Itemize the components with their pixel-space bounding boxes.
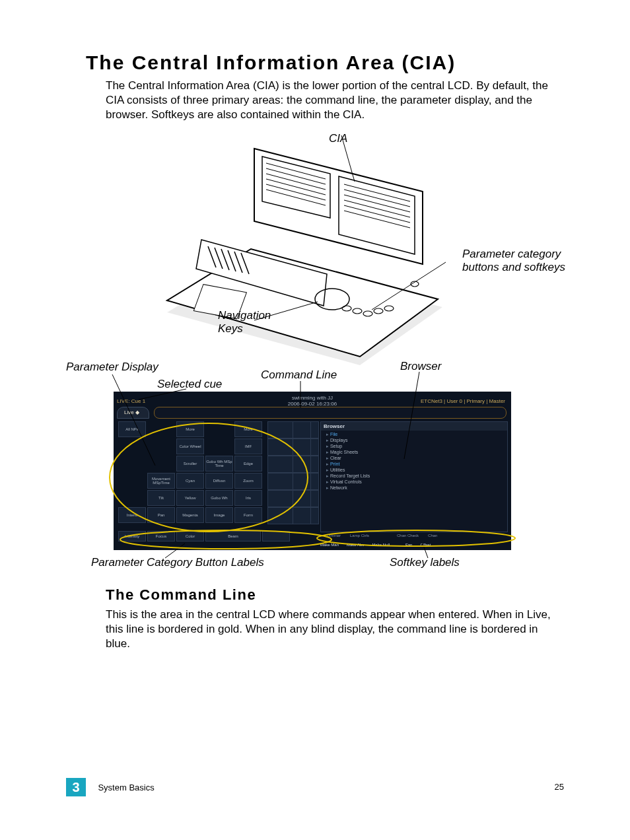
browser-item[interactable]: Virtual Controls <box>326 479 507 485</box>
param-cell[interactable]: Color Wheel <box>176 438 204 454</box>
softkey-label-top: Lamp Ctrls <box>350 534 369 538</box>
show-name: swimming with JJ <box>292 395 333 401</box>
callout-cia: CIA <box>329 132 347 145</box>
softkey-label[interactable]: Fan <box>405 543 412 547</box>
param-cell[interactable]: Edge <box>234 456 262 472</box>
category-button[interactable]: Color <box>176 531 204 542</box>
param-cell[interactable]: More <box>176 421 204 437</box>
browser-item[interactable]: Setup <box>326 444 507 449</box>
show-timestamp: 2006-09-02 16:23:06 <box>288 401 337 407</box>
browser-list: FileDisplaysSetupMagic SheetsClearPrintU… <box>321 432 507 491</box>
softkey-label[interactable]: Offset <box>420 543 431 547</box>
page-title: The Central Information Area (CIA) <box>86 52 456 74</box>
parameter-category-row: IntensityFocusColorBeam <box>118 531 290 542</box>
param-cell[interactable]: Iris <box>234 490 262 506</box>
softkey-label[interactable]: Make Abs <box>347 543 364 547</box>
param-cell[interactable]: Movement MSpTime <box>147 473 175 489</box>
live-tab[interactable]: Live ◆ <box>117 407 149 419</box>
param-cell[interactable]: Yellow <box>176 490 204 506</box>
browser-item[interactable]: Magic Sheets <box>326 450 507 455</box>
param-cell[interactable]: Diffusn <box>205 473 233 489</box>
footer-section-name: System Basics <box>98 783 154 792</box>
softkey-label[interactable]: Make Null <box>372 543 390 547</box>
category-button[interactable]: Focus <box>147 531 175 542</box>
browser-item[interactable]: Utilities <box>326 468 507 473</box>
callout-param-buttons: Parameter category buttons and softkeys <box>462 248 575 274</box>
softkey-label[interactable]: Make Man <box>320 543 339 547</box>
category-button[interactable]: Beam <box>205 531 261 542</box>
param-cell-empty <box>147 438 175 454</box>
svg-point-29 <box>384 306 394 311</box>
callout-nav-keys: Navigation Keys <box>218 309 284 335</box>
spare-column-2 <box>293 421 311 523</box>
svg-point-27 <box>363 311 372 316</box>
param-cell[interactable]: More <box>234 421 262 437</box>
command-line-input[interactable] <box>154 407 507 419</box>
param-cell-empty <box>118 490 146 506</box>
softkey-label-top: Dimmer <box>327 534 341 538</box>
softkey-label-top: Chan Check <box>397 534 419 538</box>
param-cell[interactable]: Zoom <box>234 473 262 489</box>
param-cell[interactable]: IMF <box>234 438 262 454</box>
chapter-badge: 3 <box>66 778 86 796</box>
param-cell[interactable]: Tilt <box>147 490 175 506</box>
callout-command-line: Command Line <box>261 368 337 382</box>
command-line-paragraph: This is the area in the central LCD wher… <box>106 608 561 651</box>
callout-softkey-labels: Softkey labels <box>390 556 460 569</box>
param-cell[interactable]: Scroller <box>176 456 204 472</box>
category-button <box>262 531 290 542</box>
callout-param-display: Parameter Display <box>66 361 158 374</box>
softkey-label-top: Chan <box>428 534 437 538</box>
param-cell[interactable]: Magenta <box>176 507 204 523</box>
callout-selected-cue: Selected cue <box>157 378 222 391</box>
param-cell[interactable]: Gobo Wh <box>205 490 233 506</box>
browser-pane: Browser FileDisplaysSetupMagic SheetsCle… <box>320 421 508 532</box>
browser-item[interactable]: Displays <box>326 438 507 443</box>
footer-page-number: 25 <box>555 782 564 792</box>
param-cell[interactable]: Cyan <box>176 473 204 489</box>
callout-browser: Browser <box>400 360 441 373</box>
cia-screenshot: LIVE: Cue 1 swimming with JJ 2006-09-02 … <box>114 392 511 550</box>
svg-point-25 <box>342 306 351 311</box>
param-cell[interactable]: Image <box>205 507 233 523</box>
param-cell-empty <box>118 456 146 472</box>
browser-item[interactable]: Network <box>326 485 507 491</box>
param-cell[interactable]: Form <box>234 507 262 523</box>
intro-paragraph: The Central Information Area (CIA) is th… <box>106 79 561 122</box>
console-illustration <box>162 135 446 373</box>
section-heading: The Command Line <box>106 586 256 604</box>
param-cell-empty <box>118 438 146 454</box>
browser-item[interactable]: Print <box>326 462 507 467</box>
browser-title: Browser <box>321 422 507 431</box>
param-cell-empty <box>205 421 233 437</box>
param-cell[interactable]: Gobo Wh MSp Time <box>205 456 233 472</box>
browser-item[interactable]: Clear <box>326 456 507 461</box>
softkey-row: DimmerLamp CtrlsChan CheckChan Make ManM… <box>320 534 508 547</box>
param-cell[interactable]: Intens <box>118 507 146 523</box>
param-cell[interactable]: Pan <box>147 507 175 523</box>
param-cell-empty <box>147 456 175 472</box>
network-status: ETCNet3 | User 0 | Primary | Master <box>421 398 505 404</box>
category-button[interactable]: Intensity <box>118 531 146 542</box>
callout-param-cat-labels: Parameter Category Button Labels <box>91 556 264 569</box>
page-footer: 3 System Basics 25 <box>66 778 564 796</box>
svg-point-28 <box>374 308 383 314</box>
param-cell-empty <box>147 421 175 437</box>
browser-item[interactable]: Record Target Lists <box>326 473 507 479</box>
param-cell-empty <box>205 438 233 454</box>
svg-point-26 <box>353 308 362 314</box>
browser-item[interactable]: File <box>326 432 507 437</box>
param-cell[interactable]: All NPs <box>118 421 146 437</box>
param-cell-empty <box>118 473 146 489</box>
